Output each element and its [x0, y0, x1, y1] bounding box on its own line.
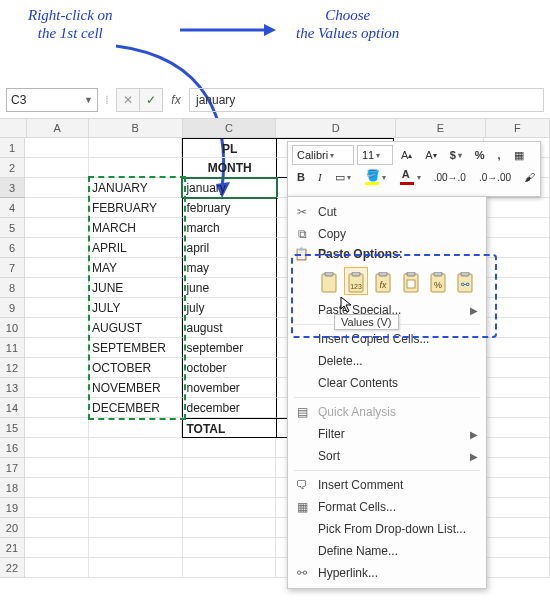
cell[interactable] [183, 438, 277, 458]
cell[interactable] [484, 258, 550, 278]
cell[interactable] [89, 458, 183, 478]
cell[interactable] [25, 278, 89, 298]
bold-button[interactable]: B [292, 167, 310, 187]
cell[interactable] [89, 558, 183, 578]
cell[interactable]: MAY [89, 258, 182, 278]
cell[interactable] [25, 418, 89, 438]
menu-pick-list[interactable]: Pick From Drop-down List... [288, 518, 486, 540]
cell[interactable] [25, 258, 89, 278]
cell[interactable] [89, 138, 182, 158]
cell[interactable] [484, 558, 550, 578]
cell[interactable] [25, 518, 89, 538]
cell[interactable] [25, 438, 89, 458]
cell[interactable] [89, 538, 183, 558]
cell[interactable]: OCTOBER [89, 358, 182, 378]
cell[interactable]: PL [182, 138, 276, 158]
cell[interactable] [484, 318, 550, 338]
row-header[interactable]: 1 [0, 138, 25, 158]
row-header[interactable]: 20 [0, 518, 25, 538]
row-header[interactable]: 16 [0, 438, 25, 458]
cell[interactable] [25, 338, 89, 358]
col-header-A[interactable]: A [27, 119, 89, 137]
cell[interactable]: april [182, 238, 276, 258]
formula-input[interactable]: january [189, 88, 544, 112]
font-color-icon[interactable]: A▾ [394, 167, 426, 187]
cell[interactable]: DECEMBER [89, 398, 182, 418]
cell[interactable] [25, 218, 89, 238]
cell[interactable] [25, 538, 89, 558]
percent-icon[interactable]: % [470, 145, 490, 165]
row-header[interactable]: 8 [0, 278, 25, 298]
paste-formulas-button[interactable]: fx [373, 268, 394, 294]
row-header[interactable]: 6 [0, 238, 25, 258]
cancel-formula-button[interactable]: ✕ [116, 88, 140, 112]
cell[interactable]: AUGUST [89, 318, 182, 338]
row-header[interactable]: 2 [0, 158, 25, 178]
menu-insert-copied[interactable]: Insert Copied Cells... [288, 328, 486, 350]
cell[interactable] [484, 538, 550, 558]
grow-font-icon[interactable]: A▴ [396, 145, 417, 165]
cell[interactable] [89, 518, 183, 538]
cell[interactable] [484, 478, 550, 498]
cell[interactable] [89, 438, 183, 458]
comma-style-icon[interactable]: , [493, 145, 506, 165]
col-header-B[interactable]: B [89, 119, 183, 137]
row-header[interactable]: 17 [0, 458, 25, 478]
paste-values-button[interactable]: 123 [345, 268, 366, 294]
cell[interactable]: FEBRUARY [89, 198, 182, 218]
menu-delete[interactable]: Delete... [288, 350, 486, 372]
cell[interactable] [183, 518, 277, 538]
cell[interactable]: october [182, 358, 276, 378]
italic-button[interactable]: I [313, 167, 327, 187]
cell[interactable] [25, 378, 89, 398]
cell[interactable]: TOTAL [182, 418, 276, 438]
cell[interactable] [183, 558, 277, 578]
row-header[interactable]: 15 [0, 418, 25, 438]
cell[interactable]: december [182, 398, 276, 418]
cell[interactable] [484, 218, 550, 238]
paste-formatting-button[interactable] [400, 268, 421, 294]
cell[interactable] [484, 438, 550, 458]
cell[interactable]: APRIL [89, 238, 182, 258]
cell[interactable] [183, 458, 277, 478]
cell[interactable] [25, 398, 89, 418]
cell[interactable] [25, 178, 89, 198]
select-all-corner[interactable] [0, 119, 27, 137]
menu-hyperlink[interactable]: ⚯Hyperlink... [288, 562, 486, 584]
menu-cut[interactable]: ✂Cut [288, 201, 486, 223]
cell[interactable] [484, 278, 550, 298]
cell[interactable] [25, 558, 89, 578]
cell[interactable] [484, 358, 550, 378]
row-header[interactable]: 3 [0, 178, 25, 198]
cell[interactable] [89, 498, 183, 518]
menu-insert-comment[interactable]: 🗨Insert Comment [288, 474, 486, 496]
row-header[interactable]: 10 [0, 318, 25, 338]
row-header[interactable]: 12 [0, 358, 25, 378]
cell[interactable]: JULY [89, 298, 182, 318]
row-header[interactable]: 5 [0, 218, 25, 238]
cell[interactable] [25, 458, 89, 478]
menu-define-name[interactable]: Define Name... [288, 540, 486, 562]
cell[interactable]: july [182, 298, 276, 318]
cell[interactable]: march [182, 218, 276, 238]
cell[interactable]: september [182, 338, 276, 358]
border-dropdown-icon[interactable]: ▭▾ [330, 167, 356, 187]
cell[interactable]: november [182, 378, 276, 398]
row-header[interactable]: 7 [0, 258, 25, 278]
cell[interactable] [25, 238, 89, 258]
menu-clear-contents[interactable]: Clear Contents [288, 372, 486, 394]
cell[interactable] [25, 138, 89, 158]
col-header-F[interactable]: F [486, 119, 550, 137]
currency-icon[interactable]: $▾ [445, 145, 467, 165]
col-header-D[interactable]: D [276, 119, 395, 137]
cell[interactable] [484, 498, 550, 518]
cell[interactable] [484, 338, 550, 358]
shrink-font-icon[interactable]: A▾ [420, 145, 441, 165]
cell[interactable]: may [182, 258, 276, 278]
row-header[interactable]: 18 [0, 478, 25, 498]
col-header-C[interactable]: C [183, 119, 277, 137]
cell[interactable]: NOVEMBER [89, 378, 182, 398]
format-painter-icon[interactable]: 🖌 [519, 167, 540, 187]
increase-decimal-icon[interactable]: .0→.00 [474, 167, 516, 187]
cell[interactable] [183, 498, 277, 518]
